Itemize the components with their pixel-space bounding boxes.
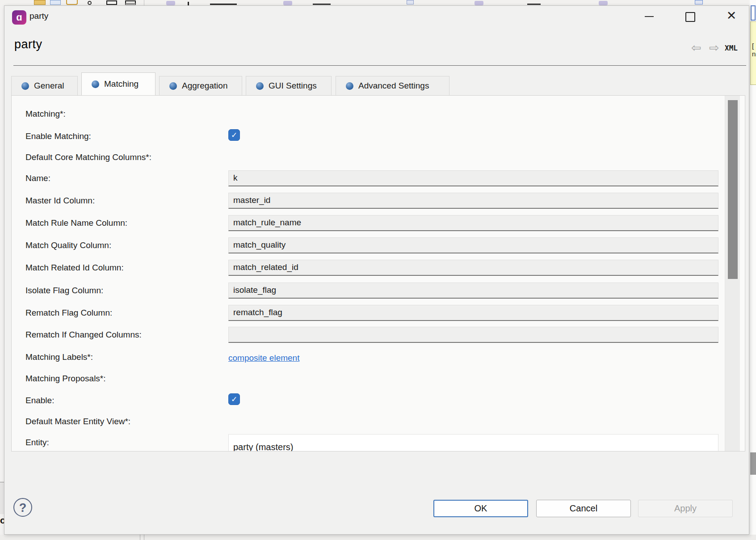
background-toolbar-icon xyxy=(125,0,136,5)
header-divider xyxy=(13,65,746,66)
rematch-flag-column-input[interactable]: rematch_flag xyxy=(228,305,718,321)
match-rule-name-column-label: Match Rule Name Column: xyxy=(25,218,127,228)
background-toolbar-icon xyxy=(475,1,483,5)
background-divider xyxy=(144,535,144,540)
enable-matching-checkbox[interactable]: ✓ xyxy=(228,129,240,141)
background-toolbar-icon xyxy=(527,4,541,5)
help-icon[interactable]: ? xyxy=(13,498,32,517)
entity-label: Entity: xyxy=(25,438,49,447)
background-toolbar-icon xyxy=(313,4,331,5)
ok-button[interactable]: OK xyxy=(433,500,528,517)
background-right-panel-fragment xyxy=(750,452,756,475)
name-input[interactable]: k xyxy=(228,170,718,186)
tab-aggregation[interactable]: Aggregation xyxy=(159,76,242,95)
rematch-flag-column-label: Rematch Flag Column: xyxy=(25,308,112,318)
cancel-button[interactable]: Cancel xyxy=(536,500,631,517)
scrollbar-thumb[interactable] xyxy=(728,100,738,279)
tab-label: Matching xyxy=(104,79,139,89)
matching-labels-label: Matching Labels*: xyxy=(25,352,93,362)
rematch-if-changed-columns-label: Rematch If Changed Columns: xyxy=(25,330,142,340)
background-toolbar-icon xyxy=(407,0,414,4)
tab-label: General xyxy=(34,81,64,91)
tab-matching[interactable]: Matching xyxy=(81,72,155,95)
background-toolbar-icon xyxy=(695,0,703,4)
match-quality-column-label: Match Quality Column: xyxy=(25,240,111,250)
apply-button: Apply xyxy=(638,500,733,517)
background-toolbar-icon xyxy=(188,2,189,5)
default-master-entity-view-label: Default Master Entity View*: xyxy=(25,417,130,426)
background-window-fragment xyxy=(751,5,756,21)
enable-matching-label: Enable Matching: xyxy=(25,131,91,141)
sphere-icon xyxy=(92,80,99,88)
background-toolbar-icon xyxy=(88,1,92,5)
sphere-icon xyxy=(21,82,29,90)
sphere-icon xyxy=(256,82,264,90)
background-toolbar-icon xyxy=(106,0,117,5)
background-toolbar-divider xyxy=(144,0,144,5)
window-title: party xyxy=(29,11,48,21)
minimize-button[interactable] xyxy=(641,8,657,23)
background-bottom-strip xyxy=(0,535,756,540)
tab-label: Aggregation xyxy=(182,81,227,91)
composite-element-link[interactable]: composite element xyxy=(228,353,299,363)
sphere-icon xyxy=(169,82,177,90)
default-core-matching-columns-label: Default Core Matching Columns*: xyxy=(25,152,151,162)
entity-input[interactable]: party (masters) xyxy=(228,434,718,451)
isolate-flag-column-input[interactable]: isolate_flag xyxy=(228,283,718,299)
sphere-icon xyxy=(346,82,353,90)
enable-label: Enable: xyxy=(25,396,54,405)
close-button[interactable]: ✕ xyxy=(722,6,741,25)
tab-label: GUI Settings xyxy=(269,81,317,91)
maximize-button[interactable] xyxy=(682,8,698,23)
back-arrow-icon[interactable]: ⇦ xyxy=(691,41,701,55)
app-logo-icon: ɑ xyxy=(12,10,26,25)
matching-label: Matching*: xyxy=(25,109,66,119)
master-id-column-label: Master Id Column: xyxy=(25,196,95,206)
tab-gui-settings[interactable]: GUI Settings xyxy=(246,76,332,95)
background-toolbar-icon xyxy=(34,0,46,5)
background-toolbar-icon xyxy=(599,1,608,5)
match-quality-column-input[interactable]: match_quality xyxy=(228,237,718,253)
matching-proposals-label: Matching Proposals*: xyxy=(25,374,106,384)
background-toolbar-icon xyxy=(66,0,78,5)
xml-view-button[interactable]: XML xyxy=(725,44,738,52)
name-label: Name: xyxy=(25,173,50,183)
rematch-if-changed-columns-input[interactable] xyxy=(228,327,718,343)
scrollbar-track[interactable] xyxy=(725,96,740,451)
match-rule-name-column-input[interactable]: match_rule_name xyxy=(228,215,718,231)
background-divider xyxy=(140,535,140,540)
background-tooltip-fragment: [ n xyxy=(750,21,756,85)
background-toolbar-strip xyxy=(0,0,756,5)
forward-arrow-icon[interactable]: ⇨ xyxy=(709,41,719,55)
matching-tab-panel: Matching*:Enable Matching:✓Default Core … xyxy=(11,95,745,451)
match-related-id-column-label: Match Related Id Column: xyxy=(25,263,124,273)
match-related-id-column-input[interactable]: match_related_id xyxy=(228,260,718,276)
background-toolbar-icon xyxy=(210,4,237,5)
tab-bar: GeneralMatchingAggregationGUI SettingsAd… xyxy=(11,72,745,95)
background-left-panel-fragment xyxy=(0,482,4,514)
master-id-column-input[interactable]: master_id xyxy=(228,193,718,209)
background-toolbar-icon xyxy=(166,1,175,5)
background-toolbar-icon xyxy=(50,0,61,5)
screen: [ n ou ɑ party ✕ party ⇦ ⇨ XML GeneralMa… xyxy=(0,0,756,540)
background-toolbar-icon xyxy=(283,1,292,5)
tab-advanced-settings[interactable]: Advanced Settings xyxy=(336,76,449,95)
isolate-flag-column-label: Isolate Flag Column: xyxy=(25,286,103,295)
tab-label: Advanced Settings xyxy=(358,81,429,91)
tab-general[interactable]: General xyxy=(11,76,78,95)
enable-checkbox[interactable]: ✓ xyxy=(228,393,240,405)
page-title: party xyxy=(14,38,42,51)
